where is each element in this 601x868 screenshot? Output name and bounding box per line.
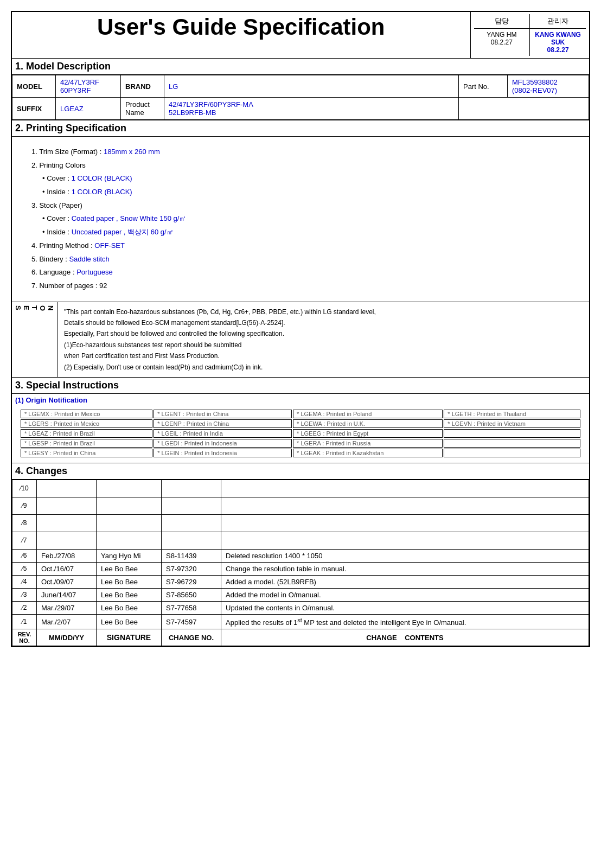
origin-col1-r5: * LGESY : Printed in China (21, 449, 152, 457)
table-row: ∕5 Oct./16/07 Lee Bo Bee S7-97320 Change… (12, 562, 589, 575)
origin-col4-r1: * LGETH : Printed in Thailand (444, 410, 580, 418)
suffix-value: LGEAZ (56, 98, 121, 120)
origin-col3-r2: * LGEWA : Printed in U.K. (293, 419, 443, 428)
product-label: Product Name (121, 98, 164, 120)
model-section: MODEL 42/47LY3RF 60PY3RF BRAND LG Part N… (11, 75, 590, 120)
table-row: ∕10 (12, 480, 589, 497)
origin-col2-r4: * LGEDI : Printed in Indonesia (154, 439, 292, 448)
header-right-panel: 담당 관리자 YANG HM 08.2.27 KANG KWANG SUK 08… (470, 11, 590, 59)
product-value: 42/47LY3RF/60PY3RF-MA 52LB9RFB-MB (164, 98, 459, 120)
inside-stock-line: • Inside : Uncoated paper , 백상지 60 g/㎡ (42, 226, 570, 239)
notes-label: NOTES (12, 302, 57, 377)
table-row: ∕3 June/14/07 Lee Bo Bee S7-85650 Added … (12, 588, 589, 601)
origin-col2-r2: * LGENP : Printed in China (154, 419, 292, 428)
colors-line: 2. Printing Colors (31, 159, 570, 173)
notes-content: "This part contain Eco-hazardous substan… (57, 302, 382, 377)
section4-heading: 4. Changes (11, 463, 590, 479)
table-row: ∕7 (12, 532, 589, 549)
origin-col1-r1: * LGEMX : Printed in Mexico (21, 410, 152, 418)
brand-label: BRAND (121, 75, 164, 98)
origin-col4-r5 (444, 449, 580, 457)
pages-line: 7. Number of pages : 92 (31, 279, 570, 293)
inside-colors-line: • Inside : 1 COLOR (BLACK) (42, 186, 570, 199)
origin-section: (1) Origin Notification * LGEMX : Printe… (11, 393, 590, 463)
model-value: 42/47LY3RF 60PY3RF (56, 75, 121, 98)
origin-col1-r2: * LGERS : Printed in Mexico (21, 419, 152, 428)
cover-colors-line: • Cover : 1 COLOR (BLACK) (42, 172, 570, 186)
origin-col4-r4 (444, 439, 580, 448)
cover-stock-line: • Cover : Coated paper , Snow White 150 … (42, 212, 570, 226)
printing-spec-content: 1. Trim Size (Format) : 185mm x 260 mm 2… (11, 137, 590, 302)
table-row: ∕4 Oct./09/07 Lee Bo Bee S7-96729 Added … (12, 575, 589, 588)
language-line: 6. Language : Portuguese (31, 266, 570, 279)
origin-col2-r1: * LGENT : Printed in China (154, 410, 292, 418)
origin-col4-r3 (444, 429, 580, 438)
changes-section: ∕10 ∕9 ∕8 (11, 479, 590, 647)
table-row: ∕9 (12, 497, 589, 514)
origin-col2-r5: * LGEIN : Printed in Indonesia (154, 449, 292, 457)
kang-info: KANG KWANG SUK 08.2.27 (530, 29, 586, 56)
table-footer-row: REV.NO. MM/DD/YY SIGNATURE CHANGE NO. CH… (12, 629, 589, 646)
origin-col3-r3: * LGEEG : Printed in Egypt (293, 429, 443, 438)
trim-line: 1. Trim Size (Format) : 185mm x 260 mm (31, 145, 570, 159)
origin-col3-r1: * LGEMA : Printed in Poland (293, 410, 443, 418)
method-line: 4. Printing Method : OFF-SET (31, 239, 570, 253)
origin-col2-r3: * LGEIL : Printed in India (154, 429, 292, 438)
origin-col3-r5: * LGEAK : Printed in Kazakhstan (293, 449, 443, 457)
model-label: MODEL (12, 75, 56, 98)
page-title: User's Guide Specification (11, 11, 470, 59)
table-row: ∕1 Mar./2/07 Lee Bo Bee S7-74597 Applied… (12, 614, 589, 629)
section2-heading: 2. Printing Specification (11, 120, 590, 137)
yang-info: YANG HM 08.2.27 (474, 29, 530, 56)
origin-col1-r3: * LGEAZ : Printed in Brazil (21, 429, 152, 438)
stock-line: 3. Stock (Paper) (31, 199, 570, 213)
origin-heading: (1) Origin Notification (15, 396, 586, 404)
label-dang: 담당 (474, 14, 530, 28)
part-value: MFL35938802 (0802-REV07) (508, 75, 589, 98)
bindery-line: 5. Bindery : Saddle stitch (31, 253, 570, 266)
origin-col4-r2: * LGEVN : Printed in Vietnam (444, 419, 580, 428)
table-row: ∕6 Feb./27/08 Yang Hyo Mi S8-11439 Delet… (12, 549, 589, 562)
table-row: ∕8 (12, 514, 589, 532)
table-row: ∕2 Mar./29/07 Lee Bo Bee S7-77658 Update… (12, 601, 589, 614)
section3-heading: 3. Special Instructions (11, 377, 590, 393)
notes-section: NOTES "This part contain Eco-hazardous s… (11, 302, 590, 377)
label-manager: 관리자 (530, 14, 586, 28)
section1-heading: 1. Model Description (11, 59, 590, 75)
origin-col3-r4: * LGERA : Printed in Russia (293, 439, 443, 448)
brand-value: LG (164, 75, 459, 98)
suffix-label: SUFFIX (12, 98, 56, 120)
origin-col1-r4: * LGESP : Printed in Brazil (21, 439, 152, 448)
part-label: Part No. (459, 75, 508, 98)
